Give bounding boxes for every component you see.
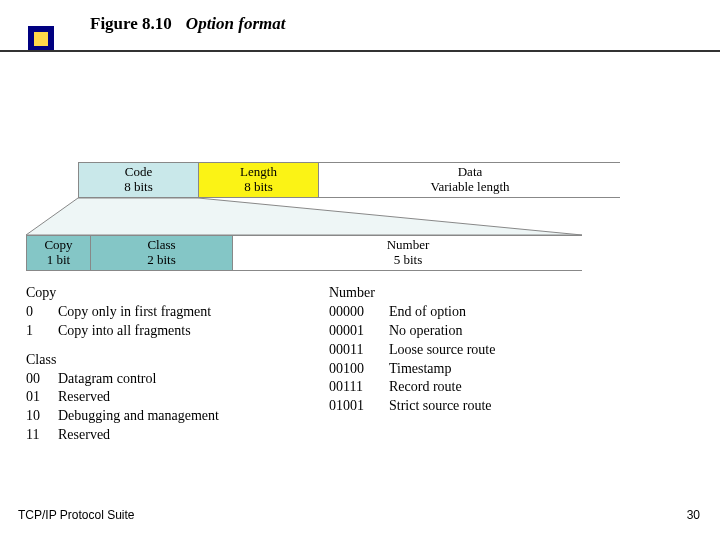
legend-key: 01001 (329, 397, 379, 416)
footer-source: TCP/IP Protocol Suite (18, 508, 135, 522)
legend-val: Datagram control (58, 370, 156, 389)
figure-ref: Figure 8.10 (90, 14, 172, 34)
field-length: Length 8 bits (199, 163, 319, 197)
legend-key: 1 (26, 322, 48, 341)
legend-val: Copy into all fragments (58, 322, 191, 341)
option-fields-row: Code 8 bits Length 8 bits Data Variable … (78, 162, 620, 198)
legend-key: 00000 (329, 303, 379, 322)
legend-class-title: Class (26, 351, 219, 370)
legend: Copy 0 Copy only in first fragment 1 Cop… (26, 284, 495, 455)
legend-left-column: Copy 0 Copy only in first fragment 1 Cop… (26, 284, 219, 455)
title-bullet (28, 26, 54, 52)
subfield-copy-name: Copy (44, 238, 72, 253)
svg-marker-0 (26, 198, 582, 235)
legend-class-group: Class 00 Datagram control 01 Reserved 10… (26, 351, 219, 445)
subfield-number-name: Number (387, 238, 430, 253)
subfield-class-name: Class (147, 238, 175, 253)
legend-row: 01 Reserved (26, 388, 219, 407)
subfield-copy-bits: 1 bit (47, 253, 70, 268)
expansion-lines (26, 198, 634, 236)
legend-key: 01 (26, 388, 48, 407)
legend-right-column: Number 00000 End of option 00001 No oper… (329, 284, 496, 455)
legend-row: 00 Datagram control (26, 370, 219, 389)
subfield-class-bits: 2 bits (147, 253, 176, 268)
legend-val: Loose source route (389, 341, 496, 360)
legend-number-title: Number (329, 284, 496, 303)
legend-row: 1 Copy into all fragments (26, 322, 219, 341)
legend-key: 00011 (329, 341, 379, 360)
legend-val: Debugging and management (58, 407, 219, 426)
subfield-number-bits: 5 bits (394, 253, 423, 268)
legend-key: 11 (26, 426, 48, 445)
legend-val: Timestamp (389, 360, 452, 379)
legend-val: Reserved (58, 426, 110, 445)
field-length-bits: 8 bits (244, 180, 273, 195)
legend-row: 10 Debugging and management (26, 407, 219, 426)
legend-key: 00111 (329, 378, 379, 397)
legend-val: Strict source route (389, 397, 492, 416)
legend-row: 00100 Timestamp (329, 360, 496, 379)
legend-copy-group: Copy 0 Copy only in first fragment 1 Cop… (26, 284, 219, 341)
legend-val: Copy only in first fragment (58, 303, 211, 322)
field-code: Code 8 bits (79, 163, 199, 197)
field-data: Data Variable length (319, 163, 621, 197)
legend-key: 00001 (329, 322, 379, 341)
field-data-name: Data (458, 165, 483, 180)
legend-val: No operation (389, 322, 462, 341)
legend-row: 01001 Strict source route (329, 397, 496, 416)
subfield-number: Number 5 bits (233, 236, 583, 270)
legend-key: 10 (26, 407, 48, 426)
legend-val: End of option (389, 303, 466, 322)
code-subfields-row: Copy 1 bit Class 2 bits Number 5 bits (26, 235, 582, 271)
field-data-bits: Variable length (430, 180, 509, 195)
field-length-name: Length (240, 165, 277, 180)
subfield-copy: Copy 1 bit (27, 236, 91, 270)
legend-val: Record route (389, 378, 462, 397)
legend-key: 00100 (329, 360, 379, 379)
legend-val: Reserved (58, 388, 110, 407)
legend-key: 0 (26, 303, 48, 322)
legend-row: 00111 Record route (329, 378, 496, 397)
figure-title: Option format (186, 14, 286, 34)
subfield-class: Class 2 bits (91, 236, 233, 270)
legend-row: 11 Reserved (26, 426, 219, 445)
field-code-name: Code (125, 165, 152, 180)
footer-page-number: 30 (687, 508, 700, 522)
legend-number-group: Number 00000 End of option 00001 No oper… (329, 284, 496, 416)
legend-row: 00011 Loose source route (329, 341, 496, 360)
slide-title-bar: Figure 8.10 Option format (0, 14, 720, 34)
legend-key: 00 (26, 370, 48, 389)
legend-copy-title: Copy (26, 284, 219, 303)
legend-row: 0 Copy only in first fragment (26, 303, 219, 322)
legend-row: 00000 End of option (329, 303, 496, 322)
title-rule (0, 50, 720, 52)
legend-row: 00001 No operation (329, 322, 496, 341)
field-code-bits: 8 bits (124, 180, 153, 195)
